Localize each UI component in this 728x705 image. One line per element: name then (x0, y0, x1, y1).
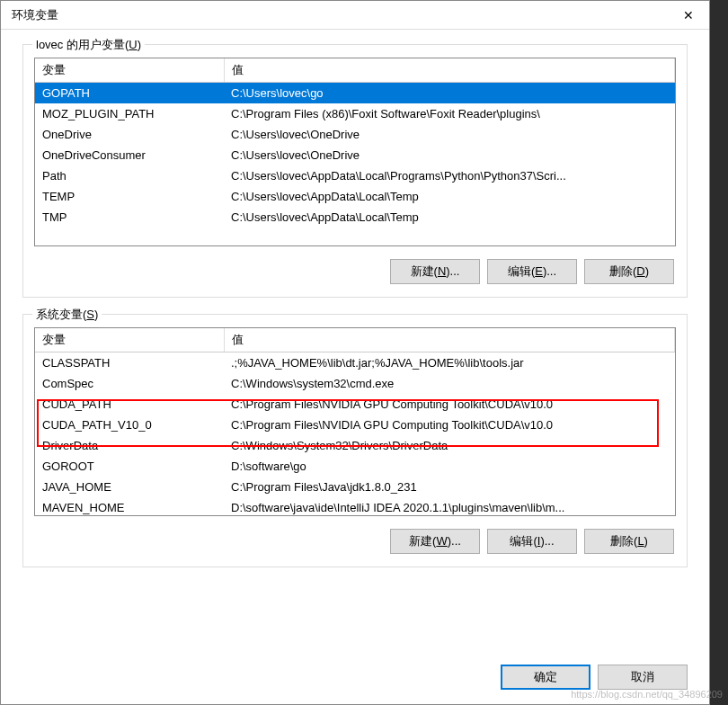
var-cell: MOZ_PLUGIN_PATH (35, 103, 224, 124)
system-new-button[interactable]: 新建(W)... (390, 529, 480, 554)
table-row[interactable]: OneDriveC:\Users\lovec\OneDrive (35, 124, 675, 145)
environment-variables-dialog: 环境变量 ✕ lovec 的用户变量(U) 变量 值 GOPATHC:\User… (0, 0, 710, 705)
val-cell: C:\Program Files (x86)\Foxit Software\Fo… (224, 103, 675, 124)
system-variables-table-container[interactable]: 变量 值 CLASSPATH.;%JAVA_HOME%\lib\dt.jar;%… (34, 327, 676, 516)
table-row[interactable]: TEMPC:\Users\lovec\AppData\Local\Temp (35, 186, 675, 207)
table-row[interactable]: ComSpecC:\Windows\system32\cmd.exe (35, 373, 675, 394)
val-cell: C:\Windows\System32\Drivers\DriverData (224, 435, 675, 456)
sys-col-var[interactable]: 变量 (35, 328, 224, 352)
table-row[interactable]: DriverDataC:\Windows\System32\Drivers\Dr… (35, 435, 675, 456)
user-buttons-row: 新建(N)... 编辑(E)... 删除(D) (34, 259, 676, 284)
var-cell: CUDA_PATH_V10_0 (35, 415, 224, 435)
var-cell: ComSpec (35, 373, 224, 394)
val-cell: C:\Windows\system32\cmd.exe (224, 373, 675, 394)
var-cell: OneDriveConsumer (35, 145, 224, 165)
user-variables-legend: lovec 的用户变量(U) (32, 37, 145, 53)
val-cell: D:\software\java\ide\IntelliJ IDEA 2020.… (224, 497, 675, 516)
val-cell: C:\Users\lovec\AppData\Local\Temp (224, 186, 675, 207)
user-variables-table: 变量 值 GOPATHC:\Users\lovec\goMOZ_PLUGIN_P… (35, 58, 675, 228)
table-row[interactable]: PathC:\Users\lovec\AppData\Local\Program… (35, 165, 675, 186)
var-cell: CLASSPATH (35, 352, 224, 374)
system-buttons-row: 新建(W)... 编辑(I)... 删除(L) (34, 529, 676, 554)
var-cell: DriverData (35, 435, 224, 456)
table-row[interactable]: CUDA_PATH_V10_0C:\Program Files\NVIDIA G… (35, 415, 675, 435)
val-cell: C:\Users\lovec\OneDrive (224, 145, 675, 165)
dialog-title: 环境变量 (12, 7, 58, 23)
var-cell: Path (35, 165, 224, 186)
cancel-button[interactable]: 取消 (598, 665, 688, 690)
var-cell: TMP (35, 207, 224, 228)
user-col-val[interactable]: 值 (224, 58, 675, 83)
sys-col-val[interactable]: 值 (224, 328, 675, 352)
system-edit-button[interactable]: 编辑(I)... (487, 529, 577, 554)
table-row[interactable]: GOPATHC:\Users\lovec\go (35, 83, 675, 104)
var-cell: OneDrive (35, 124, 224, 145)
system-variables-table: 变量 值 CLASSPATH.;%JAVA_HOME%\lib\dt.jar;%… (35, 328, 675, 516)
system-variables-fieldset: 系统变量(S) 变量 值 CLASSPATH.;%JAVA_HOME%\lib\… (22, 314, 688, 567)
ok-button[interactable]: 确定 (501, 665, 590, 690)
user-variables-table-container[interactable]: 变量 值 GOPATHC:\Users\lovec\goMOZ_PLUGIN_P… (34, 58, 676, 246)
var-cell: GOPATH (35, 83, 224, 104)
val-cell: C:\Users\lovec\OneDrive (224, 124, 675, 145)
table-row[interactable]: CUDA_PATHC:\Program Files\NVIDIA GPU Com… (35, 394, 675, 415)
var-cell: CUDA_PATH (35, 394, 224, 415)
close-icon: ✕ (683, 8, 694, 22)
table-row[interactable]: GOROOTD:\software\go (35, 456, 675, 477)
table-row[interactable]: MAVEN_HOMED:\software\java\ide\IntelliJ … (35, 497, 675, 516)
table-row[interactable]: MOZ_PLUGIN_PATHC:\Program Files (x86)\Fo… (35, 103, 675, 124)
var-cell: JAVA_HOME (35, 477, 224, 497)
user-edit-button[interactable]: 编辑(E)... (487, 259, 577, 284)
val-cell: C:\Program Files\Java\jdk1.8.0_231 (224, 477, 675, 497)
val-cell: D:\software\go (224, 456, 675, 477)
table-row[interactable]: CLASSPATH.;%JAVA_HOME%\lib\dt.jar;%JAVA_… (35, 352, 675, 374)
var-cell: GOROOT (35, 456, 224, 477)
val-cell: .;%JAVA_HOME%\lib\dt.jar;%JAVA_HOME%\lib… (224, 352, 675, 374)
var-cell: TEMP (35, 186, 224, 207)
watermark: https://blog.csdn.net/qq_34896209 (571, 689, 723, 700)
user-new-button[interactable]: 新建(N)... (390, 259, 480, 284)
close-button[interactable]: ✕ (668, 2, 709, 29)
background-window-peek (710, 0, 728, 705)
table-row[interactable]: OneDriveConsumerC:\Users\lovec\OneDrive (35, 145, 675, 165)
user-col-var[interactable]: 变量 (35, 58, 224, 83)
val-cell: C:\Users\lovec\AppData\Local\Programs\Py… (224, 165, 675, 186)
dialog-content: lovec 的用户变量(U) 变量 值 GOPATHC:\Users\lovec… (1, 30, 709, 654)
var-cell: MAVEN_HOME (35, 497, 224, 516)
table-row[interactable]: TMPC:\Users\lovec\AppData\Local\Temp (35, 207, 675, 228)
val-cell: C:\Program Files\NVIDIA GPU Computing To… (224, 394, 675, 415)
system-delete-button[interactable]: 删除(L) (584, 529, 674, 554)
system-variables-legend: 系统变量(S) (32, 307, 102, 323)
user-variables-fieldset: lovec 的用户变量(U) 变量 值 GOPATHC:\Users\lovec… (22, 44, 688, 298)
val-cell: C:\Users\lovec\AppData\Local\Temp (224, 207, 675, 228)
table-row[interactable]: JAVA_HOMEC:\Program Files\Java\jdk1.8.0_… (35, 477, 675, 497)
val-cell: C:\Users\lovec\go (224, 83, 675, 104)
titlebar: 环境变量 ✕ (1, 1, 709, 30)
val-cell: C:\Program Files\NVIDIA GPU Computing To… (224, 415, 675, 435)
user-delete-button[interactable]: 删除(D) (584, 259, 674, 284)
